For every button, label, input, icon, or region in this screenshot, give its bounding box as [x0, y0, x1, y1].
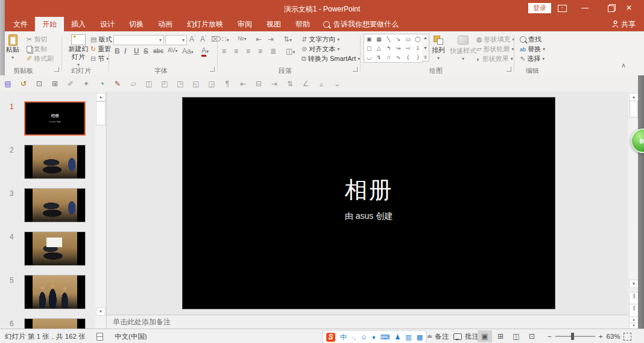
- align-right-icon[interactable]: ≡: [246, 47, 250, 55]
- format-painter-icon[interactable]: ✐: [63, 80, 78, 88]
- shape-icon[interactable]: ◯: [415, 36, 421, 42]
- shape-icon[interactable]: ╲: [387, 36, 390, 42]
- shape-icon[interactable]: ↝: [396, 45, 401, 51]
- print-icon[interactable]: ⊟: [251, 80, 267, 88]
- notes-pane[interactable]: 单击此处添加备注: [107, 315, 628, 329]
- tab-view[interactable]: 视图: [259, 17, 288, 31]
- regroup-icon[interactable]: ◲: [204, 80, 219, 88]
- shape-icon[interactable]: ◡: [367, 54, 371, 60]
- close-button[interactable]: ✕: [620, 4, 638, 12]
- increase-indent-icon[interactable]: ⇥: [268, 35, 274, 43]
- shape-icon[interactable]: ▢: [367, 45, 372, 51]
- animation-star-icon[interactable]: ✦: [78, 80, 94, 88]
- undo-icon[interactable]: ↺: [16, 80, 31, 88]
- align-center-icon[interactable]: ≡: [234, 47, 238, 55]
- numbering-button[interactable]: №▾: [238, 35, 247, 42]
- normal-view-button[interactable]: ▣: [478, 330, 492, 342]
- scroll-up-icon[interactable]: ▲: [423, 36, 428, 40]
- zoom-out-button[interactable]: −: [548, 333, 552, 340]
- scroll-down-icon[interactable]: ▼: [96, 307, 106, 316]
- shape-icon[interactable]: ↰: [387, 45, 391, 51]
- align-left-icon[interactable]: ≡: [222, 47, 226, 55]
- emoji-icon[interactable]: ☺: [361, 333, 367, 341]
- account-icon[interactable]: ♟: [394, 333, 400, 341]
- slideshow-view-button[interactable]: ⊡: [525, 330, 539, 342]
- selection-box-icon[interactable]: ◳: [172, 80, 188, 88]
- shape-icon[interactable]: ↘: [396, 36, 401, 42]
- zoom-slider[interactable]: [555, 336, 595, 337]
- voice-input-icon[interactable]: ♦: [372, 333, 376, 341]
- strikethrough-button[interactable]: S: [144, 47, 148, 55]
- select-button[interactable]: ⇖ 选择▾: [520, 54, 545, 63]
- comments-toggle[interactable]: 批注: [453, 329, 479, 343]
- slide-preview-icon[interactable]: ⊡: [31, 80, 47, 88]
- next-slide-icon[interactable]: ∨∨: [629, 304, 639, 317]
- shape-icon[interactable]: ⇩: [415, 45, 420, 51]
- change-case-button[interactable]: Aa▾: [182, 47, 194, 55]
- font-name-dropdown[interactable]: ▾: [113, 35, 164, 45]
- replace-button[interactable]: ab 替换▾: [520, 45, 545, 54]
- arrange-button[interactable]: 排列 ▾: [432, 36, 445, 62]
- tab-file[interactable]: 文件: [6, 17, 35, 31]
- decrease-indent-icon[interactable]: ⇤: [256, 35, 262, 43]
- skin-icon[interactable]: ▥: [405, 333, 411, 341]
- dialog-launcher-icon[interactable]: [507, 67, 511, 72]
- rotate-icon[interactable]: ∠: [298, 80, 314, 88]
- align-left-objects-icon[interactable]: ⇤: [235, 80, 251, 88]
- scrollbar-thumb[interactable]: [630, 101, 638, 118]
- zoom-slider-thumb[interactable]: [571, 333, 574, 340]
- slide-thumbnail-4[interactable]: [24, 231, 86, 266]
- slide-counter[interactable]: 幻灯片 第 1 张，共 162 张: [5, 329, 86, 343]
- group-objects-icon[interactable]: ◰: [157, 80, 172, 88]
- fit-slide-to-window-icon[interactable]: [623, 333, 631, 341]
- shape-icon[interactable]: ↯: [376, 54, 381, 60]
- shape-icon[interactable]: ⇨: [406, 45, 411, 51]
- scroll-down-icon[interactable]: ▼: [629, 280, 639, 288]
- cut-button[interactable]: ✂ 剪切: [27, 35, 47, 44]
- scroll-up-icon[interactable]: ▲: [96, 93, 106, 101]
- new-slide-button[interactable]: 新建幻灯片 ▾: [66, 34, 90, 69]
- sign-in-button[interactable]: 登录: [528, 3, 551, 13]
- slide-thumbnail-3[interactable]: [24, 188, 86, 222]
- tab-transitions[interactable]: 切换: [122, 17, 151, 31]
- copy-button[interactable]: 复制: [27, 45, 47, 54]
- dialog-launcher-icon[interactable]: [210, 67, 215, 72]
- layout-button[interactable]: ▤ 版式▾: [90, 35, 116, 44]
- slide-title[interactable]: 相册: [183, 175, 555, 206]
- tab-animations[interactable]: 动画: [151, 17, 180, 31]
- tab-review[interactable]: 审阅: [230, 17, 259, 31]
- thumbnail-scrollbar[interactable]: ▲ ▼: [95, 92, 106, 329]
- shape-icon[interactable]: ▭: [405, 36, 411, 42]
- shape-icon[interactable]: ▣: [367, 36, 372, 42]
- new-slide-icon[interactable]: ⊞: [47, 80, 63, 88]
- tab-home[interactable]: 开始: [35, 17, 64, 31]
- scrollbar-thumb[interactable]: [96, 101, 106, 125]
- previous-slide-icon[interactable]: ∧∧: [629, 292, 639, 305]
- pen-icon[interactable]: ✎: [110, 80, 125, 88]
- bold-button[interactable]: B: [115, 47, 120, 55]
- italic-button[interactable]: I: [124, 47, 126, 55]
- reading-view-button[interactable]: ◫: [509, 330, 523, 342]
- distribute-vertical-icon[interactable]: ⇅: [282, 80, 298, 88]
- slide-thumbnail-6[interactable]: [24, 318, 86, 329]
- collapse-ribbon-icon[interactable]: ∧: [621, 61, 626, 69]
- underline-button[interactable]: U: [134, 47, 139, 55]
- slide-thumbnail-5[interactable]: [24, 275, 86, 309]
- duplicate-icon[interactable]: ◫: [141, 80, 157, 88]
- ribbon-display-options-icon[interactable]: ˆ: [558, 5, 567, 12]
- sogou-logo-icon[interactable]: S: [326, 333, 335, 342]
- tab-slideshow[interactable]: 幻灯片放映: [180, 17, 230, 31]
- slide-canvas[interactable]: 相册 由 asus 创建: [183, 98, 555, 309]
- shape-icon[interactable]: ∿: [396, 54, 401, 60]
- editor-scrollbar[interactable]: ▲ ▼ ∧∧ ∨∨ ▲ ▼: [628, 92, 638, 329]
- shape-icon[interactable]: ): [417, 54, 418, 60]
- slide-subtitle[interactable]: 由 asus 创建: [183, 211, 555, 222]
- paragraph-marks-icon[interactable]: ¶: [219, 80, 235, 88]
- shrink-font-button[interactable]: Aˇ: [200, 35, 206, 43]
- character-spacing-button[interactable]: AV▾: [168, 47, 178, 54]
- grow-font-button[interactable]: Aˆ: [189, 35, 195, 43]
- restore-button[interactable]: [608, 5, 614, 12]
- format-painter-button[interactable]: ✐ 格式刷: [27, 54, 54, 63]
- shape-icon[interactable]: ∩: [387, 54, 390, 60]
- tell-me-search[interactable]: 告诉我你想要做什么: [317, 17, 405, 31]
